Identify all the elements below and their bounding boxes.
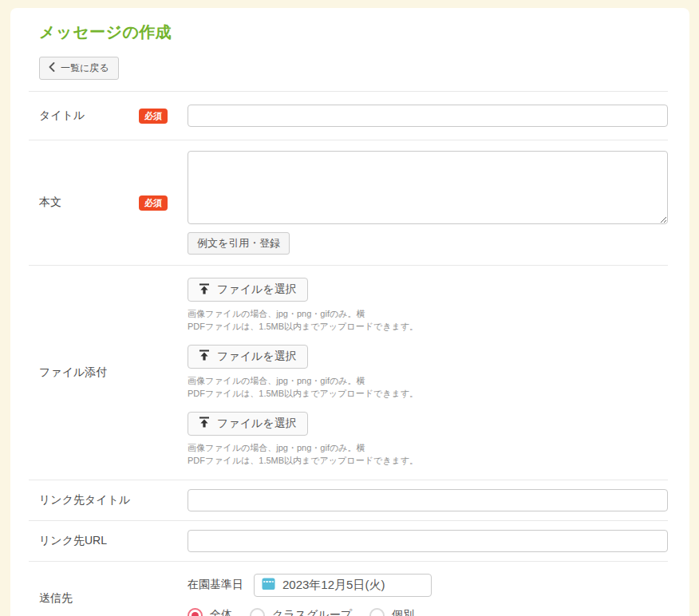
upload-icon xyxy=(199,349,210,363)
choose-file-button[interactable]: ファイルを選択 xyxy=(188,412,308,436)
example-text-button[interactable]: 例文を引用・登録 xyxy=(188,232,290,255)
back-to-list-button[interactable]: 一覧に戻る xyxy=(39,57,119,80)
radio-icon[interactable] xyxy=(369,608,385,616)
title-input[interactable] xyxy=(188,105,668,127)
body-label: 本文 xyxy=(39,195,61,210)
file-note: 画像ファイルの場合、jpg・png・gifのみ。横 PDFファイルは、1.5MB… xyxy=(188,442,668,468)
panel-header: メッセージの作成 一覧に戻る xyxy=(29,8,668,92)
radio-option-class-group[interactable]: クラスグループ xyxy=(250,608,352,616)
chevron-left-icon xyxy=(49,62,55,74)
file-attach-label: ファイル添付 xyxy=(39,365,107,380)
title-row: タイトル 必須 xyxy=(29,92,668,140)
destination-row: 送信先 在園基準日 2023年12月5日(火) 全体 xyxy=(29,562,668,616)
link-title-row: リンク先タイトル xyxy=(29,480,668,521)
required-badge: 必須 xyxy=(139,109,168,124)
base-date-value: 2023年12月5日(火) xyxy=(282,578,385,593)
file-attach-row: ファイル添付 ファイルを選択 画像ファイルの場合、jpg・png・gifのみ。横… xyxy=(29,266,668,480)
link-title-input[interactable] xyxy=(188,489,668,511)
choose-file-button[interactable]: ファイルを選択 xyxy=(188,345,308,369)
choose-file-label: ファイルを選択 xyxy=(217,417,297,431)
back-to-list-label: 一覧に戻る xyxy=(61,61,109,75)
choose-file-button[interactable]: ファイルを選択 xyxy=(188,278,308,302)
message-form-panel: メッセージの作成 一覧に戻る タイトル 必須 本文 必須 例文を引用・登録 xyxy=(10,8,689,616)
choose-file-label: ファイルを選択 xyxy=(217,349,297,364)
destination-options: 全体 クラスグループ 個別 xyxy=(188,608,668,616)
file-upload-block: ファイルを選択 画像ファイルの場合、jpg・png・gifのみ。横 PDFファイ… xyxy=(188,345,668,401)
title-label: タイトル xyxy=(39,109,85,123)
link-url-input[interactable] xyxy=(188,530,668,552)
radio-icon[interactable] xyxy=(250,608,265,616)
radio-option-all[interactable]: 全体 xyxy=(188,608,232,616)
radio-icon[interactable] xyxy=(188,608,203,616)
calendar-icon xyxy=(262,577,275,593)
destination-label: 送信先 xyxy=(39,591,73,606)
file-upload-block: ファイルを選択 画像ファイルの場合、jpg・png・gifのみ。横 PDFファイ… xyxy=(188,278,668,334)
link-url-row: リンク先URL xyxy=(29,521,668,562)
file-upload-block: ファイルを選択 画像ファイルの場合、jpg・png・gifのみ。横 PDFファイ… xyxy=(188,412,668,468)
link-url-label: リンク先URL xyxy=(39,534,107,548)
upload-icon xyxy=(199,283,210,297)
choose-file-label: ファイルを選択 xyxy=(217,282,297,297)
page-title: メッセージの作成 xyxy=(29,22,668,43)
link-title-label: リンク先タイトル xyxy=(39,493,130,507)
body-row: 本文 必須 例文を引用・登録 xyxy=(29,140,668,266)
body-textarea[interactable] xyxy=(188,151,668,224)
upload-icon xyxy=(199,417,210,430)
base-date-input[interactable]: 2023年12月5日(火) xyxy=(254,574,432,597)
file-note: 画像ファイルの場合、jpg・png・gifのみ。横 PDFファイルは、1.5MB… xyxy=(188,308,668,334)
required-badge: 必須 xyxy=(139,195,168,211)
base-date-label: 在園基準日 xyxy=(188,578,243,592)
file-note: 画像ファイルの場合、jpg・png・gifのみ。横 PDFファイルは、1.5MB… xyxy=(188,375,668,401)
radio-option-individual[interactable]: 個別 xyxy=(369,608,414,616)
